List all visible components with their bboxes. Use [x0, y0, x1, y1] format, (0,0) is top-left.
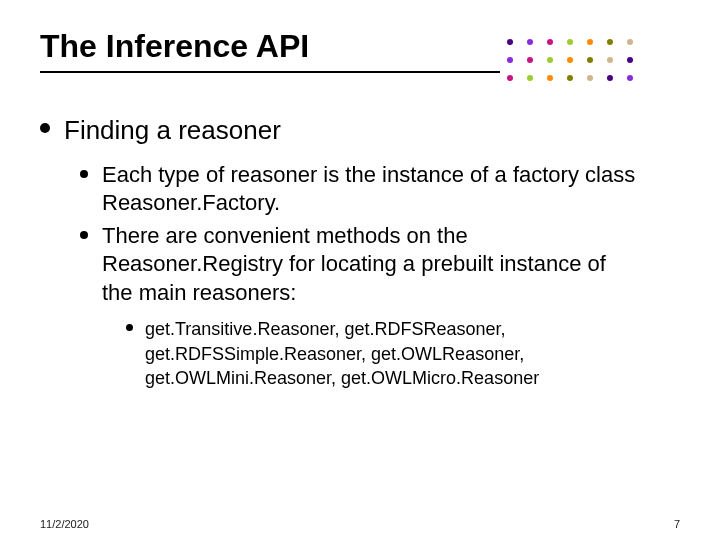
svg-point-1	[527, 39, 533, 45]
svg-point-11	[587, 57, 593, 63]
svg-point-14	[507, 75, 513, 81]
svg-point-19	[607, 75, 613, 81]
svg-point-3	[567, 39, 573, 45]
svg-point-2	[547, 39, 553, 45]
bullet-icon	[80, 231, 88, 239]
footer-date: 11/2/2020	[40, 518, 89, 530]
slide-body: Finding a reasoner Each type of reasoner…	[40, 114, 680, 390]
bullet-level1: Finding a reasoner	[40, 114, 680, 147]
svg-point-4	[587, 39, 593, 45]
svg-point-5	[607, 39, 613, 45]
svg-point-7	[507, 57, 513, 63]
svg-point-10	[567, 57, 573, 63]
svg-point-8	[527, 57, 533, 63]
bullet-level2: Each type of reasoner is the instance of…	[80, 161, 680, 218]
bullet-text: Each type of reasoner is the instance of…	[102, 161, 642, 218]
svg-point-0	[507, 39, 513, 45]
bullet-icon	[40, 123, 50, 133]
bullet-icon	[126, 324, 133, 331]
svg-point-6	[627, 39, 633, 45]
bullet-text: There are convenient methods on the Reas…	[102, 222, 642, 308]
slide-footer: 11/2/2020 7	[40, 518, 680, 530]
footer-page-number: 7	[674, 518, 680, 530]
svg-point-16	[547, 75, 553, 81]
svg-point-18	[587, 75, 593, 81]
svg-point-13	[627, 57, 633, 63]
svg-point-17	[567, 75, 573, 81]
slide-title: The Inference API	[40, 28, 500, 65]
svg-point-15	[527, 75, 533, 81]
bullet-level3: get.Transitive.Reasoner, get.RDFSReasone…	[126, 317, 680, 390]
decorative-dots	[500, 32, 650, 92]
svg-point-20	[627, 75, 633, 81]
svg-point-9	[547, 57, 553, 63]
bullet-text: get.Transitive.Reasoner, get.RDFSReasone…	[145, 317, 645, 390]
bullet-icon	[80, 170, 88, 178]
title-underline	[40, 71, 500, 73]
svg-point-12	[607, 57, 613, 63]
bullet-text: Finding a reasoner	[64, 114, 281, 147]
bullet-level2: There are convenient methods on the Reas…	[80, 222, 680, 308]
